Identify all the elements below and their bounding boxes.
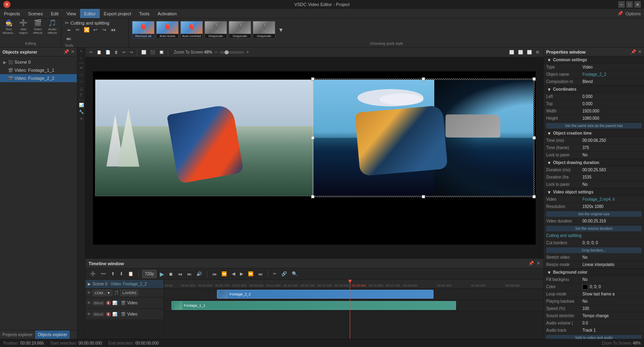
tree-footage1[interactable]: 🎬 Video: Footage_1_1 — [0, 66, 77, 74]
audio-mute-icon-1[interactable]: 🔇 — [106, 301, 111, 305]
cut-tool-btn-7[interactable]: ⏭ — [65, 35, 73, 43]
tree-footage2[interactable]: 🎬 Video: Footage_2_2 — [0, 74, 77, 82]
tl-prev-frame-btn[interactable]: ⏮ — [176, 270, 184, 278]
video-file-value[interactable]: Footage_2.mp4, li — [582, 197, 642, 202]
transform-tool[interactable]: ✛ — [78, 116, 84, 121]
maximize-button[interactable]: □ — [626, 1, 633, 8]
height-value[interactable]: 1080.000 — [582, 116, 642, 121]
text-tool[interactable]: T — [78, 93, 84, 98]
cut-btn[interactable]: ✂ — [88, 49, 94, 56]
qs-auto-levels[interactable]: 🎈 Auto levels — [156, 21, 179, 39]
lock-parent-value1[interactable]: No — [582, 153, 642, 157]
cut-tool-btn-4[interactable]: ↩ — [91, 26, 99, 34]
background-color-header[interactable]: ▼ Background color — [544, 269, 644, 276]
tl-up-btn[interactable]: ⬆ — [109, 270, 116, 278]
tl-back-btn[interactable]: ◀ — [230, 270, 237, 278]
select-all-btn[interactable]: ⬜ — [140, 49, 148, 56]
video-settings-header[interactable]: ▼ Video object settings — [544, 189, 644, 196]
tl-volume-btn[interactable]: 🔊 — [195, 270, 204, 278]
object-name-value[interactable]: Footage_2_2 — [582, 72, 642, 77]
circle-tool[interactable]: ○ — [78, 79, 84, 84]
paste-btn[interactable]: 📄 — [104, 49, 112, 56]
width-value[interactable]: 1920.000 — [582, 109, 642, 113]
tl-stop-btn[interactable]: ⏹ — [167, 270, 175, 278]
tl-zoom-btn[interactable]: 🔍 — [290, 270, 299, 278]
cut-tool-btn-5[interactable]: ↪ — [100, 26, 108, 34]
common-settings-header[interactable]: ▼ Common settings — [544, 56, 644, 64]
time-frame-value[interactable]: 375 — [582, 145, 642, 150]
resize-mode-value[interactable]: Linear interpolatio — [582, 262, 642, 267]
run-wizard-button[interactable]: 🧙 Run Wizard... — [2, 20, 15, 33]
quick-style-more-btn[interactable]: ▼ — [277, 26, 285, 34]
tl-layers-btn[interactable]: 📋 — [126, 270, 135, 278]
canvas-right-btn-1[interactable]: ⬜ — [508, 49, 516, 56]
coordinates-header[interactable]: ▼ Coordinates — [544, 86, 644, 93]
add-object-button[interactable]: ➕ Add object — [17, 20, 30, 33]
select-tool[interactable]: ↖ — [78, 49, 84, 54]
left-value[interactable]: 0.000 — [582, 94, 642, 99]
close-button[interactable]: ✕ — [634, 1, 641, 8]
sound-stretch-value[interactable]: Tempo change — [582, 314, 642, 318]
pin-timeline-icon[interactable]: 📌 — [528, 261, 534, 266]
align-btn[interactable]: ⬛ — [149, 49, 157, 56]
undo-btn[interactable]: ↩ — [121, 49, 127, 56]
stretch-value[interactable]: No — [582, 255, 642, 260]
cut-tool-btn-1[interactable]: ⬅ — [65, 26, 73, 34]
eye-icon-1[interactable]: 👁 — [87, 291, 91, 295]
tl-quality-selector[interactable]: 720p — [142, 270, 157, 278]
audio-track-value[interactable]: Track 1 — [582, 328, 642, 332]
layer-selector[interactable]: COM... ▼ — [93, 290, 112, 296]
canvas-settings-btn[interactable]: ⚙ — [534, 49, 541, 56]
menu-tools[interactable]: Tools — [135, 9, 154, 18]
color-value[interactable]: 0; 0; 0 — [590, 285, 642, 289]
audio-effects-button[interactable]: 🎵 Audio effects — [46, 20, 59, 33]
audio-icon[interactable]: 🎵 — [114, 291, 119, 295]
qs-grayscale-3[interactable]: 🎈 Grayscale — [253, 21, 275, 39]
clip-footage2[interactable]: Footage_2_2 — [217, 290, 433, 299]
qs-remove-all[interactable]: 🎈 Remove all — [132, 21, 155, 39]
zoom-in-btn[interactable]: + — [245, 49, 250, 56]
crop-borders-btn[interactable]: Crop borders... — [546, 247, 642, 253]
tl-add-btn[interactable]: ➕ — [89, 270, 97, 278]
qs-auto-contrast[interactable]: 🎈 Auto contrast — [180, 21, 203, 39]
menu-projects[interactable]: Projects — [0, 9, 24, 18]
objects-explorer-tab[interactable]: Objects explorer — [35, 330, 70, 339]
filter-tool[interactable]: 🔧 — [78, 110, 84, 114]
playing-backward-value[interactable]: No — [582, 299, 642, 303]
drawing-duration-header[interactable]: ▼ Object drawing duration — [544, 159, 644, 166]
split-video-audio-btn[interactable]: Split to video and audio — [546, 335, 642, 339]
cut-borders-value[interactable]: 0; 0; 0; 0 — [582, 241, 642, 245]
triangle-tool[interactable]: △ — [78, 86, 84, 91]
tl-start-btn[interactable]: ⏮ — [211, 270, 218, 278]
close-props-icon[interactable]: ✕ — [638, 49, 642, 54]
speed-value[interactable]: 100 — [582, 306, 642, 311]
time-ms-value[interactable]: 00:00:06.250 — [582, 138, 642, 143]
layers-label[interactable]: LAYERS — [120, 290, 138, 296]
tl-step-fwd-btn[interactable]: ⏩ — [246, 270, 255, 278]
creation-time-header[interactable]: ▼ Object creation time — [544, 130, 644, 137]
top-value[interactable]: 0.000 — [582, 102, 642, 106]
set-original-size-btn[interactable]: Set the original size — [546, 211, 642, 217]
vol-icon-1[interactable]: 📊 — [112, 301, 117, 305]
tl-step-back-btn[interactable]: ⏪ — [220, 270, 229, 278]
shape-tool[interactable]: □ — [78, 73, 84, 77]
close-objects-icon[interactable]: ✕ — [71, 49, 74, 54]
delete-btn[interactable]: 🗑 — [113, 49, 120, 56]
canvas-right-btn-3[interactable]: ⬜ — [525, 49, 533, 56]
tl-play-btn[interactable]: ▶ — [158, 270, 165, 278]
zoom-slider[interactable] — [220, 51, 244, 54]
cutting-label[interactable]: Cutting and splitting — [546, 233, 642, 238]
audio-mute-icon-2[interactable]: 🔇 — [106, 312, 111, 316]
minimize-button[interactable]: ─ — [618, 1, 625, 8]
eye-icon-track2[interactable]: 👁 — [87, 312, 91, 316]
menu-scenes[interactable]: Scenes — [24, 9, 47, 18]
tl-down-btn[interactable]: ⬇ — [118, 270, 125, 278]
tl-fwd-btn[interactable]: ▶ — [238, 270, 245, 278]
menu-editor[interactable]: Editor — [80, 9, 100, 18]
qs-grayscale-1[interactable]: 🎈 Grayscale — [204, 21, 227, 39]
redo-btn[interactable]: ↪ — [128, 49, 134, 56]
set-source-duration-btn[interactable]: Set the source duration — [546, 226, 642, 231]
fill-background-value[interactable]: No — [582, 277, 642, 282]
cut-tool-btn-3[interactable]: 🔀 — [83, 26, 91, 34]
menu-activation[interactable]: Activation — [153, 9, 181, 18]
